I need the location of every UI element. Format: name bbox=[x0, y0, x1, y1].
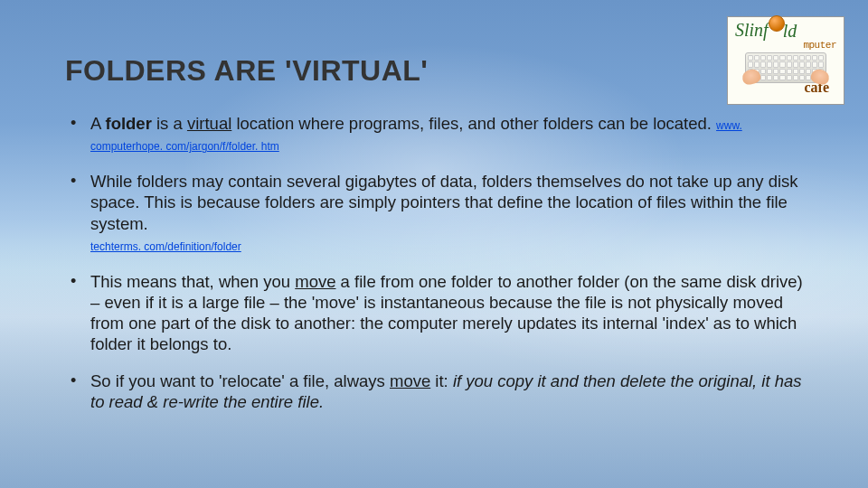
bullet-3: This means that, when you move a file fr… bbox=[65, 271, 803, 355]
bullet-list: A folder is a virtual location where pro… bbox=[65, 113, 803, 413]
text: . bbox=[319, 392, 324, 411]
text: A bbox=[90, 114, 105, 133]
text: This means that, when you bbox=[90, 272, 295, 291]
text: While folders may contain several gigaby… bbox=[90, 172, 798, 232]
text: is a bbox=[152, 114, 187, 133]
bullet-4: So if you want to 'relocate' a file, alw… bbox=[65, 371, 803, 412]
bullet-1: A folder is a virtual location where pro… bbox=[65, 113, 803, 155]
logo-text-mid: mputer bbox=[803, 40, 836, 51]
text: location where programs, files, and othe… bbox=[231, 114, 716, 133]
text-underline: move bbox=[390, 371, 430, 390]
link-techterms[interactable]: techterms. com/definition/folder bbox=[90, 240, 241, 253]
bullet-2: While folders may contain several gigaby… bbox=[65, 171, 803, 255]
text-underline: virtual bbox=[187, 114, 231, 133]
text: it: bbox=[430, 371, 453, 390]
keyboard-icon bbox=[745, 52, 826, 83]
logo-text-top: Slinf bbox=[735, 21, 769, 39]
page-title: FOLDERS ARE 'VIRTUAL' bbox=[65, 54, 803, 88]
text-bold: folder bbox=[105, 114, 151, 133]
mouse-icon bbox=[769, 15, 785, 32]
logo-badge: Slinf ld mputer cafe bbox=[727, 16, 844, 105]
text-underline: move bbox=[295, 272, 335, 291]
text: So if you want to 'relocate' a file, alw… bbox=[90, 371, 390, 390]
logo-mid-row: mputer bbox=[803, 40, 836, 51]
